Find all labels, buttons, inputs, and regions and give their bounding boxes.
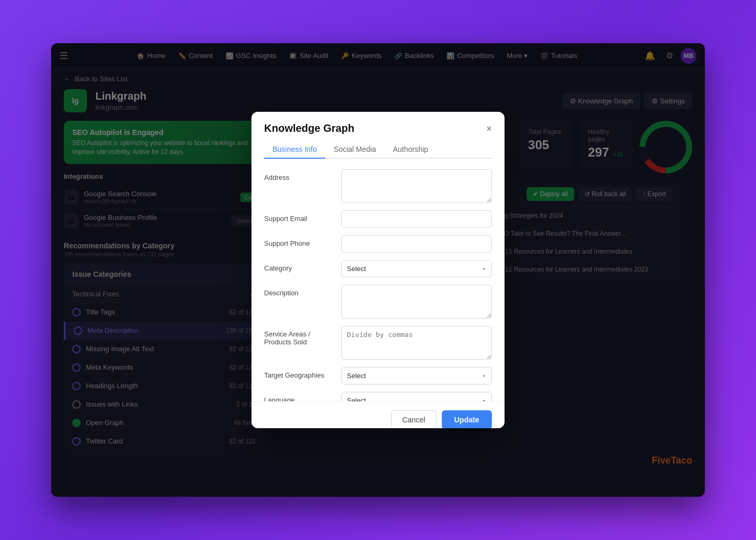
modal-footer: Cancel Update: [251, 401, 505, 428]
form-row-language: Language Select: [264, 392, 492, 401]
modal-title: Knowledge Graph: [264, 122, 354, 134]
support-phone-input[interactable]: [341, 235, 492, 253]
form-row-category: Category Select: [264, 260, 492, 277]
knowledge-graph-modal: Knowledge Graph × Business Info Social M…: [251, 112, 505, 428]
support-email-label: Support Email: [264, 210, 333, 223]
category-label: Category: [264, 260, 333, 272]
description-input[interactable]: [341, 285, 492, 319]
tab-business-info[interactable]: Business Info: [264, 141, 325, 159]
support-email-input[interactable]: [341, 210, 492, 228]
form-row-support-email: Support Email: [264, 210, 492, 228]
modal-header: Knowledge Graph × Business Info Social M…: [251, 112, 505, 159]
description-label: Description: [264, 285, 333, 297]
target-geo-label: Target Geographies: [264, 367, 333, 379]
modal-body: Address Support Email Support Phone Cate…: [251, 159, 505, 401]
address-label: Address: [264, 169, 333, 181]
tab-authorship[interactable]: Authorship: [384, 141, 437, 159]
target-geo-select[interactable]: Select: [341, 367, 492, 384]
tab-social-media[interactable]: Social Media: [325, 141, 384, 159]
modal-title-row: Knowledge Graph ×: [264, 122, 492, 134]
form-row-service-areas: Service Areas / Products Sold: [264, 326, 492, 360]
category-select[interactable]: Select: [341, 260, 492, 277]
language-label: Language: [264, 392, 333, 401]
modal-close-button[interactable]: ×: [486, 124, 492, 133]
form-row-address: Address: [264, 169, 492, 203]
form-row-support-phone: Support Phone: [264, 235, 492, 253]
cancel-button[interactable]: Cancel: [391, 410, 437, 428]
service-areas-input[interactable]: [341, 326, 492, 360]
modal-tabs: Business Info Social Media Authorship: [264, 141, 492, 159]
form-row-target-geo: Target Geographies Select: [264, 367, 492, 384]
service-areas-label: Service Areas / Products Sold: [264, 326, 333, 346]
address-input[interactable]: [341, 169, 492, 203]
update-button[interactable]: Update: [442, 410, 492, 428]
language-select[interactable]: Select: [341, 392, 492, 401]
support-phone-label: Support Phone: [264, 235, 333, 247]
form-row-description: Description: [264, 285, 492, 319]
